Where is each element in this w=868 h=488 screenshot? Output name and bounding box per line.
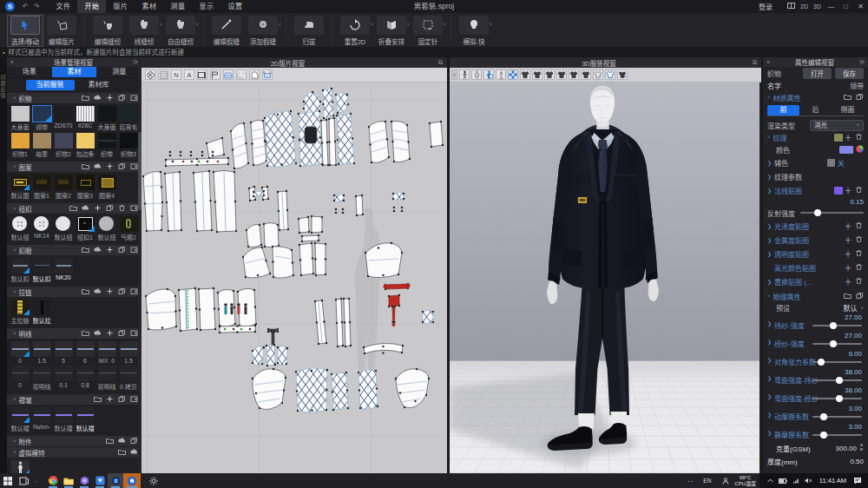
open-button[interactable]: 打开 (803, 68, 832, 79)
pattern-piece[interactable] (335, 298, 344, 347)
flag-icon[interactable] (210, 69, 220, 80)
add-texture-icon[interactable]: ＋ (843, 132, 853, 143)
pattern-piece[interactable] (272, 246, 294, 278)
folder-icon[interactable] (82, 288, 89, 295)
slider-knob[interactable] (836, 377, 843, 384)
slider-track[interactable] (812, 343, 862, 345)
pattern-piece[interactable] (242, 247, 271, 278)
material-item[interactable]: NK14 (31, 216, 52, 241)
expand-icon[interactable]: ❯ (767, 430, 772, 436)
expand-icon[interactable]: ❯ (767, 160, 772, 166)
expand-icon[interactable]: ❯ (767, 357, 772, 363)
pattern-piece[interactable] (384, 285, 388, 289)
expand-icon[interactable]: ❯ (767, 237, 772, 243)
copy-icon[interactable] (118, 247, 126, 254)
menu-文件[interactable]: 文件 (49, 0, 77, 13)
cloud-icon[interactable] (94, 95, 102, 102)
dropdown-chevron-icon[interactable]: ˅ (278, 22, 281, 27)
pattern-piece[interactable] (206, 137, 225, 159)
section-header-纽扣[interactable]: ˅纽扣 (7, 203, 141, 214)
pattern-piece[interactable] (266, 344, 276, 366)
shirt4-icon[interactable] (556, 69, 567, 80)
texture-params-row[interactable]: ❯纹理参数 (767, 169, 864, 183)
cloud-icon[interactable] (94, 288, 102, 295)
delete-map-icon[interactable] (853, 264, 864, 272)
tool-编辑版片[interactable]: 编辑版片 (44, 16, 79, 46)
layout-3d-button[interactable]: 3D (811, 0, 824, 13)
settings-gear-icon[interactable] (146, 473, 161, 488)
material-item[interactable]: 气眼2 (118, 216, 139, 241)
pattern-piece[interactable] (193, 170, 213, 232)
shirt3-icon[interactable] (544, 69, 555, 80)
layout-quad-icon[interactable] (785, 0, 798, 13)
material-item[interactable]: 袖里 (31, 133, 52, 158)
material-item[interactable]: 默认扣 (31, 258, 52, 283)
pattern-piece[interactable] (333, 195, 345, 202)
sidebar-tab-测量[interactable]: 测量 (96, 67, 141, 77)
texture-swatch[interactable] (834, 134, 843, 142)
material-item[interactable]: NK20 (53, 258, 74, 283)
pattern-piece[interactable] (169, 151, 214, 157)
cloud-icon[interactable] (94, 330, 102, 337)
tool-重置2D[interactable]: ˅重置2D (338, 16, 372, 46)
pattern-piece[interactable] (311, 215, 323, 234)
plus-icon[interactable] (106, 95, 114, 102)
texture-section-header[interactable]: ˅纹理＋ (767, 131, 864, 143)
folder-icon[interactable] (82, 95, 89, 102)
minimize-button[interactable]: — (824, 0, 838, 13)
material-item[interactable]: 默认纽 (53, 216, 74, 241)
expand-icon[interactable]: ❯ (767, 320, 772, 326)
style3d-active-icon[interactable] (123, 473, 141, 488)
expand-icon[interactable]: ❯ (767, 279, 772, 285)
material-item[interactable]: 大身面 (10, 106, 30, 131)
pattern-piece[interactable] (252, 346, 265, 365)
props-refresh-icon[interactable]: ⟳ (856, 59, 868, 66)
expand-icon[interactable] (130, 205, 138, 212)
material-item[interactable]: 0 (10, 366, 30, 391)
folder-icon[interactable] (69, 205, 77, 212)
material-item[interactable]: 图案4 (96, 175, 117, 200)
material-item[interactable]: 0.8 (75, 366, 95, 391)
chevron-icon[interactable]: › (31, 473, 40, 488)
cloud-icon[interactable] (94, 247, 102, 254)
expand-icon[interactable] (130, 247, 138, 254)
material-item[interactable]: 1.5 (118, 341, 139, 364)
plus-icon[interactable] (106, 163, 114, 170)
slider-knob[interactable] (820, 432, 827, 439)
grid-faded-icon[interactable] (158, 69, 168, 80)
material-item[interactable]: 默认图 (10, 175, 30, 200)
expand-icon[interactable]: ❯ (767, 223, 772, 229)
plus-icon[interactable] (106, 396, 114, 403)
slider-track[interactable] (812, 434, 862, 436)
copy-icon[interactable] (856, 94, 864, 101)
section-collapse-icon[interactable]: ˅ (13, 96, 16, 101)
style3d-inactive-icon[interactable]: S (108, 473, 123, 488)
material-item[interactable]: 默认扣 (10, 258, 30, 283)
chrome-icon[interactable] (45, 473, 61, 488)
pattern-piece[interactable] (391, 121, 411, 162)
material-item[interactable]: 1.5 (31, 341, 52, 364)
menu-测量[interactable]: 测量 (163, 0, 192, 13)
expand-icon[interactable]: ❯ (767, 375, 772, 381)
dropdown-chevron-icon[interactable]: ˅ (406, 22, 410, 27)
color-picker-icon[interactable] (853, 145, 864, 155)
material-item[interactable]: 默认纽 (96, 216, 117, 241)
material-item[interactable]: 图案1 (31, 175, 52, 200)
tool-编辑缝纫[interactable]: 编辑缝纫 (90, 16, 125, 46)
expand-icon[interactable]: ❯ (767, 339, 772, 345)
folder-icon[interactable] (82, 247, 89, 254)
box-edit-icon[interactable] (197, 69, 207, 80)
cpu-temp-indicator[interactable]: 68°CCPU温度 (734, 475, 756, 486)
cloud-icon[interactable] (130, 449, 138, 456)
pattern-piece[interactable] (164, 171, 182, 232)
copy-icon[interactable] (118, 288, 126, 295)
shirt-last-icon[interactable] (617, 69, 628, 80)
tool-固定针[interactable]: ˅固定针 (411, 16, 445, 46)
start-button[interactable] (0, 473, 16, 488)
menu-显示[interactable]: 显示 (192, 0, 220, 13)
material-item[interactable]: 织物3 (118, 133, 139, 158)
material-item[interactable]: 默认拉 (31, 300, 52, 325)
pattern-piece[interactable] (388, 294, 400, 307)
menu-版片[interactable]: 版片 (106, 0, 135, 13)
copy-icon[interactable] (118, 396, 126, 403)
